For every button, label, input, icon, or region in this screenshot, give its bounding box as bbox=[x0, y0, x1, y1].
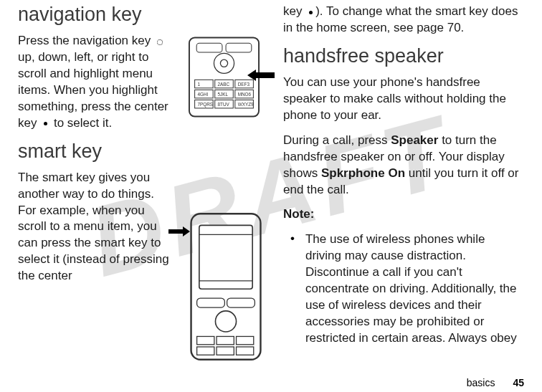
navigation-key-heading: navigation key bbox=[18, 4, 269, 26]
center-key-icon bbox=[40, 118, 50, 128]
handsfree-paragraph-1: You can use your phone's handsfree speak… bbox=[283, 75, 520, 124]
svg-point-4 bbox=[220, 59, 227, 67]
cont-before: key bbox=[283, 4, 305, 18]
svg-text:MNO6: MNO6 bbox=[238, 92, 252, 97]
svg-rect-35 bbox=[217, 347, 234, 355]
svg-marker-37 bbox=[168, 226, 190, 236]
note-bullet-text: The use of wireless phones while driving… bbox=[305, 231, 520, 347]
center-key-icon-2 bbox=[305, 7, 315, 17]
right-column: key ). To change what the smart key does… bbox=[276, 4, 528, 388]
note-label: Note: bbox=[283, 206, 520, 223]
cont-after: ). To change what the smart key does in … bbox=[283, 4, 518, 34]
phone-illustration-full bbox=[183, 211, 269, 362]
svg-rect-28 bbox=[197, 298, 225, 307]
bullet-icon: • bbox=[290, 231, 295, 355]
svg-rect-29 bbox=[227, 298, 255, 307]
continuation-paragraph: key ). To change what the smart key does… bbox=[283, 4, 520, 37]
note-bullet-item: • The use of wireless phones while drivi… bbox=[290, 231, 520, 355]
smart-key-heading: smart key bbox=[18, 140, 269, 163]
smart-key-paragraph: The smart key gives you another way to d… bbox=[18, 170, 176, 285]
svg-text:4GHI: 4GHI bbox=[197, 92, 208, 97]
svg-rect-2 bbox=[226, 43, 252, 52]
arrow-pointing-right-icon bbox=[168, 226, 190, 240]
navigation-key-paragraph: Press the navigation key up, down, left,… bbox=[18, 33, 176, 132]
svg-rect-1 bbox=[196, 43, 222, 52]
left-column: navigation key Press the navigation key … bbox=[11, 4, 276, 388]
speaker-label: Speaker bbox=[391, 133, 438, 147]
handsfree-paragraph-2: During a call, press Speaker to turn the… bbox=[283, 133, 520, 199]
page-content: navigation key Press the navigation key … bbox=[0, 0, 542, 392]
note-bold: Note: bbox=[283, 207, 314, 221]
nav-text-part1: Press the navigation key bbox=[18, 34, 154, 47]
svg-rect-36 bbox=[237, 347, 254, 355]
svg-rect-33 bbox=[237, 336, 254, 344]
handsfree-speaker-heading: handsfree speaker bbox=[283, 45, 520, 67]
hf-p2-before: During a call, press bbox=[283, 133, 391, 147]
svg-text:2ABC: 2ABC bbox=[218, 82, 230, 87]
svg-rect-34 bbox=[197, 347, 214, 355]
svg-rect-31 bbox=[197, 336, 214, 344]
navigation-key-icon bbox=[154, 37, 164, 47]
svg-point-3 bbox=[214, 53, 234, 73]
svg-rect-32 bbox=[217, 336, 234, 344]
svg-marker-23 bbox=[247, 70, 275, 81]
arrow-pointing-left-icon bbox=[247, 68, 276, 85]
svg-text:8TUV: 8TUV bbox=[218, 102, 230, 107]
svg-text:1: 1 bbox=[197, 82, 200, 87]
spkrphone-on-label: Spkrphone On bbox=[321, 166, 405, 180]
svg-point-30 bbox=[215, 311, 236, 332]
nav-text-part3: to select it. bbox=[50, 116, 112, 130]
svg-text:5JKL: 5JKL bbox=[218, 92, 229, 97]
svg-text:7PQRS: 7PQRS bbox=[197, 102, 213, 107]
svg-text:WXYZ9: WXYZ9 bbox=[238, 102, 254, 107]
